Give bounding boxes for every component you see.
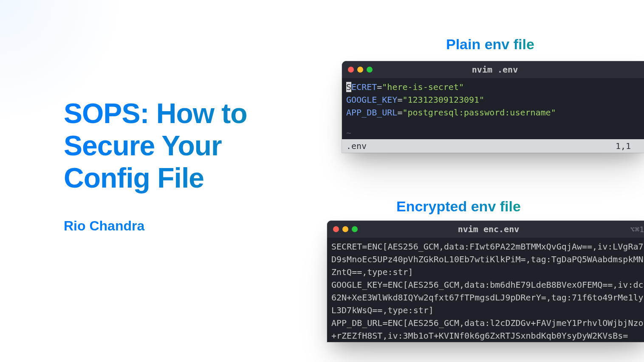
- titlebar: nvim enc.env ⌥⌘1: [327, 221, 644, 238]
- window-shortcut-hint: ⌥⌘1: [630, 225, 644, 234]
- status-file: .env: [346, 141, 367, 151]
- zoom-icon[interactable]: [352, 226, 358, 232]
- close-icon[interactable]: [348, 67, 354, 73]
- encrypted-env-label: Encrypted env file: [396, 198, 521, 215]
- window-title: nvim enc.env: [327, 224, 644, 234]
- encrypted-env-window: nvim enc.env ⌥⌘1 SECRET=ENC[AES256_GCM,d…: [327, 221, 644, 342]
- code-body: SECRET=ENC[AES256_GCM,data:FIwt6PA22mBTM…: [327, 238, 644, 342]
- plain-env-label: Plain env file: [446, 36, 534, 53]
- plain-env-window: nvim .env SECRET="here-is-secret" GOOGLE…: [342, 61, 644, 153]
- hero-text-block: SOPS: How to Secure Your Config File Rio…: [64, 98, 310, 234]
- code-body: SECRET="here-is-secret" GOOGLE_KEY="1231…: [342, 78, 644, 139]
- author-name: Rio Chandra: [64, 218, 310, 234]
- titlebar: nvim .env: [342, 61, 644, 78]
- minimize-icon[interactable]: [342, 226, 348, 232]
- zoom-icon[interactable]: [367, 67, 373, 73]
- status-pos: 1,1: [616, 141, 631, 151]
- enc-secret-value: ENC[AES256_GCM,data:FIwt6PA22mBTMMxQvGqj…: [331, 241, 644, 277]
- env-secret-value: here-is-secret: [387, 82, 459, 92]
- close-icon[interactable]: [333, 226, 339, 232]
- traffic-lights: [333, 226, 358, 232]
- window-title: nvim .env: [342, 65, 644, 75]
- traffic-lights: [348, 67, 373, 73]
- minimize-icon[interactable]: [357, 67, 363, 73]
- env-app-db-url-value: postgresql:password:username: [408, 107, 551, 118]
- env-google-key-value: 12312309123091: [408, 95, 480, 105]
- statusbar: .env 1,1: [342, 139, 644, 153]
- page-title: SOPS: How to Secure Your Config File: [64, 98, 310, 194]
